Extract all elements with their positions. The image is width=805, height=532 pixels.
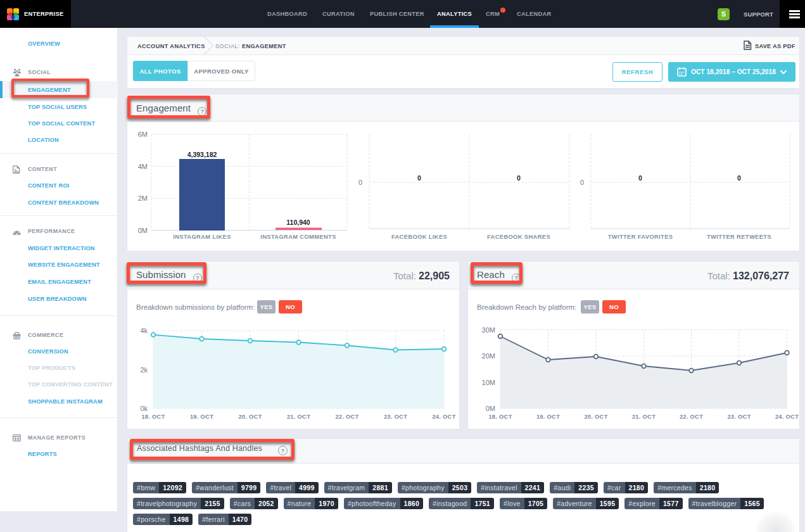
svg-text:FACEBOOK LIKES: FACEBOOK LIKES <box>391 234 447 240</box>
svg-text:2M: 2M <box>138 194 148 202</box>
svg-text:2k: 2k <box>140 366 148 374</box>
svg-text:4,393,182: 4,393,182 <box>187 151 217 158</box>
svg-text:20. OCT: 20. OCT <box>238 414 262 420</box>
svg-text:20M: 20M <box>482 352 495 360</box>
svg-text:0M: 0M <box>486 405 495 412</box>
svg-text:30M: 30M <box>482 326 495 334</box>
svg-text:0: 0 <box>358 179 362 186</box>
svg-text:TWITTER FAVORITES: TWITTER FAVORITES <box>608 234 673 240</box>
svg-text:23. OCT: 23. OCT <box>727 414 751 420</box>
svg-text:24. OCT: 24. OCT <box>775 414 799 420</box>
svg-text:23. OCT: 23. OCT <box>384 414 407 420</box>
svg-text:19. OCT: 19. OCT <box>190 414 213 420</box>
svg-text:22. OCT: 22. OCT <box>335 414 358 420</box>
svg-text:24. OCT: 24. OCT <box>432 414 455 420</box>
svg-text:TWITTER RETWEETS: TWITTER RETWEETS <box>707 234 771 240</box>
svg-text:0M: 0M <box>138 227 148 234</box>
svg-text:110,940: 110,940 <box>286 218 310 226</box>
svg-text:0: 0 <box>517 174 521 182</box>
svg-text:0k: 0k <box>140 405 148 412</box>
svg-text:18. OCT: 18. OCT <box>141 414 165 420</box>
svg-text:21. OCT: 21. OCT <box>287 414 310 420</box>
svg-text:0: 0 <box>737 174 741 182</box>
svg-text:0: 0 <box>638 174 642 182</box>
svg-text:4k: 4k <box>140 327 148 334</box>
svg-text:FACEBOOK SHARES: FACEBOOK SHARES <box>487 234 550 240</box>
svg-text:INSTAGRAM LIKES: INSTAGRAM LIKES <box>173 234 231 240</box>
svg-text:INSTAGRAM COMMENTS: INSTAGRAM COMMENTS <box>260 234 336 240</box>
svg-text:19. OCT: 19. OCT <box>536 414 560 420</box>
svg-text:4M: 4M <box>138 163 148 170</box>
svg-text:18. OCT: 18. OCT <box>488 414 512 420</box>
svg-text:0: 0 <box>417 174 421 182</box>
svg-text:6M: 6M <box>138 130 148 138</box>
svg-text:10M: 10M <box>482 379 495 386</box>
svg-text:0: 0 <box>580 179 584 186</box>
svg-text:20. OCT: 20. OCT <box>584 414 607 420</box>
svg-text:22. OCT: 22. OCT <box>680 414 703 420</box>
svg-text:21. OCT: 21. OCT <box>632 414 656 420</box>
